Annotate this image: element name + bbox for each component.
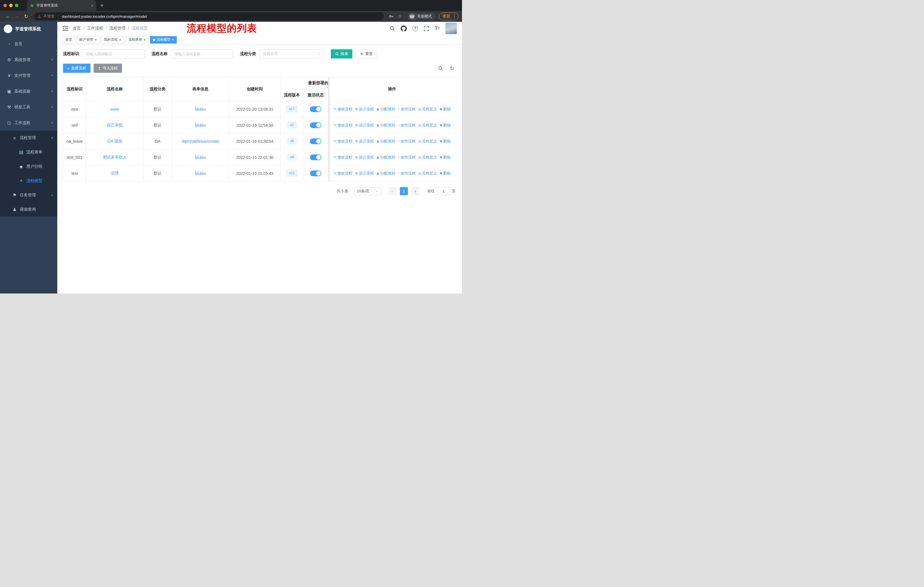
search-icon[interactable] — [389, 26, 395, 31]
delete-action[interactable]: ✖删除 — [439, 123, 450, 128]
category-select[interactable]: 流程分类 ∨ — [259, 49, 324, 58]
tab-close-icon[interactable]: × — [91, 3, 93, 8]
publish-process-action[interactable]: ☝发布流程 — [398, 107, 415, 112]
active-toggle[interactable] — [310, 154, 322, 160]
active-toggle[interactable] — [310, 106, 322, 112]
sidebar-item-payment[interactable]: ¥ 支付管理 ∨ — [0, 68, 57, 83]
password-key-icon[interactable] — [387, 14, 395, 19]
refresh-table-icon[interactable]: ↻ — [450, 65, 454, 71]
form-info-link[interactable]: biubiu — [195, 155, 206, 160]
url-text[interactable]: dashboard.yudao.iocoder.cn/bpm/manager/m… — [62, 14, 147, 19]
assign-rule-action[interactable]: ♟分配规则 — [376, 155, 395, 160]
delete-action[interactable]: ✖删除 — [439, 107, 450, 112]
browser-tab[interactable]: 芋道管理系统 × — [27, 0, 96, 11]
toggle-search-icon[interactable] — [438, 66, 443, 71]
help-icon[interactable]: ? — [412, 26, 418, 31]
address-bar[interactable]: ⚠ 不安全 dashboard.yudao.iocoder.cn/bpm/man… — [34, 12, 384, 20]
goto-page-input[interactable] — [437, 187, 450, 195]
modify-process-action[interactable]: ✎修改流程 — [334, 107, 352, 112]
modify-process-action[interactable]: ✎修改流程 — [334, 123, 352, 128]
breadcrumb-item[interactable]: 流程模型 — [132, 26, 148, 31]
process-definition-action[interactable]: ◎流程定义 — [418, 139, 437, 144]
tag-close-icon[interactable]: × — [119, 38, 121, 41]
page-size-select[interactable]: 10条/页 ∨ — [354, 187, 381, 195]
font-size-icon[interactable]: TT — [435, 25, 440, 31]
create-process-button[interactable]: + 新建流程 — [63, 64, 91, 73]
assign-rule-action[interactable]: ♟分配规则 — [376, 171, 395, 176]
sidebar-item-devtools[interactable]: ⚒ 研发工具 ∨ — [0, 99, 57, 115]
process-name-link[interactable]: 滔博 — [111, 171, 119, 175]
sidebar-item-process-form[interactable]: ▤ 流程表单 — [0, 145, 57, 159]
process-definition-action[interactable]: ◎流程定义 — [418, 107, 437, 112]
tab-tag-home[interactable]: 首页 — [63, 36, 75, 43]
sidebar-item-workflow[interactable]: ◫ 工作流程 ∧ — [0, 115, 57, 131]
design-process-action[interactable]: ⚙设计流程 — [355, 171, 374, 176]
menu-dots-icon[interactable]: ⋮ — [452, 14, 457, 19]
delete-action[interactable]: ✖删除 — [439, 171, 450, 176]
sidebar-item-home[interactable]: ◔ 首页 — [0, 36, 57, 52]
zoom-window-button[interactable] — [15, 4, 18, 7]
form-info-link[interactable]: /bpm/oa/leave/create — [182, 139, 219, 144]
bookmark-star-icon[interactable]: ☆ — [396, 14, 404, 19]
process-definition-action[interactable]: ◎流程定义 — [418, 171, 437, 176]
forward-icon[interactable]: → — [13, 13, 21, 19]
process-name-link[interactable]: eeee — [110, 107, 119, 111]
sidebar-item-process-management[interactable]: ≡ 流程管理 ∧ — [0, 131, 57, 145]
tag-close-icon[interactable]: × — [94, 38, 97, 41]
publish-process-action[interactable]: ☝发布流程 — [398, 171, 415, 176]
form-info-link[interactable]: biubiu — [195, 107, 206, 111]
search-button[interactable]: 搜索 — [331, 49, 352, 58]
sidebar-item-user-group[interactable]: ☻ 用户分组 — [0, 159, 57, 174]
assign-rule-action[interactable]: ♟分配规则 — [376, 123, 395, 128]
process-key-input[interactable] — [82, 49, 145, 58]
modify-process-action[interactable]: ✎修改流程 — [334, 139, 352, 144]
update-button[interactable]: 更新 ⋮ — [439, 13, 459, 20]
sidebar-item-leave-query[interactable]: ♟ 请假查询 — [0, 202, 57, 217]
assign-rule-action[interactable]: ♟分配规则 — [376, 107, 395, 112]
fullscreen-icon[interactable] — [424, 26, 429, 31]
active-toggle[interactable] — [310, 139, 322, 144]
design-process-action[interactable]: ⚙设计流程 — [355, 155, 374, 160]
publish-process-action[interactable]: ☝发布流程 — [398, 155, 415, 160]
process-definition-action[interactable]: ◎流程定义 — [418, 155, 437, 160]
github-icon[interactable] — [401, 25, 407, 31]
tab-tag-process-form[interactable]: 流程表单 × — [125, 36, 148, 43]
import-process-button[interactable]: ↥ 导入流程 — [94, 64, 122, 73]
sidebar-item-infrastructure[interactable]: ▣ 基础设施 ∨ — [0, 83, 57, 99]
sidebar-item-task-management[interactable]: ⚑ 任务管理 ∨ — [0, 188, 57, 202]
next-page-button[interactable]: › — [411, 187, 419, 195]
process-name-link[interactable]: 自己审批 — [107, 123, 123, 127]
menu-fold-icon[interactable] — [63, 26, 68, 31]
modify-process-action[interactable]: ✎修改流程 — [334, 171, 352, 176]
reload-icon[interactable]: ↻ — [22, 13, 30, 20]
close-window-button[interactable] — [3, 4, 7, 7]
reset-button[interactable]: ↻ 重置 — [356, 49, 377, 58]
active-toggle[interactable] — [310, 122, 322, 128]
design-process-action[interactable]: ⚙设计流程 — [355, 123, 374, 128]
minimize-window-button[interactable] — [9, 4, 13, 7]
prev-page-button[interactable]: ‹ — [388, 187, 396, 195]
tab-tag-my-process[interactable]: 我的流程 × — [101, 36, 124, 43]
tab-tag-process-model[interactable]: 流程模型 × — [150, 36, 177, 43]
modify-process-action[interactable]: ✎修改流程 — [334, 155, 352, 160]
tab-tag-tenant[interactable]: 租户管理 × — [76, 36, 100, 43]
process-definition-action[interactable]: ◎流程定义 — [418, 123, 437, 128]
back-icon[interactable]: ← — [3, 13, 12, 19]
publish-process-action[interactable]: ☝发布流程 — [398, 123, 415, 128]
process-name-link[interactable]: OA 请假 — [107, 139, 122, 143]
sidebar-item-process-model[interactable]: ✈ 流程模型 — [0, 174, 57, 188]
new-tab-button[interactable]: + — [100, 2, 104, 9]
process-name-link[interactable]: 测试多审批人 — [103, 155, 127, 159]
breadcrumb-item[interactable]: 工作流程 — [87, 26, 109, 31]
breadcrumb-item[interactable]: 首页 — [73, 26, 87, 31]
page-number-1[interactable]: 1 — [400, 187, 408, 195]
publish-process-action[interactable]: ☝发布流程 — [398, 139, 415, 144]
active-toggle[interactable] — [310, 170, 322, 176]
delete-action[interactable]: ✖删除 — [439, 155, 450, 160]
tag-close-icon[interactable]: × — [172, 38, 174, 41]
breadcrumb-item[interactable]: 流程管理 — [109, 26, 132, 31]
delete-action[interactable]: ✖删除 — [439, 139, 450, 144]
design-process-action[interactable]: ⚙设计流程 — [355, 139, 374, 144]
sidebar-item-system[interactable]: ⚙ 系统管理 ∨ — [0, 52, 57, 68]
process-name-input[interactable] — [171, 49, 233, 58]
